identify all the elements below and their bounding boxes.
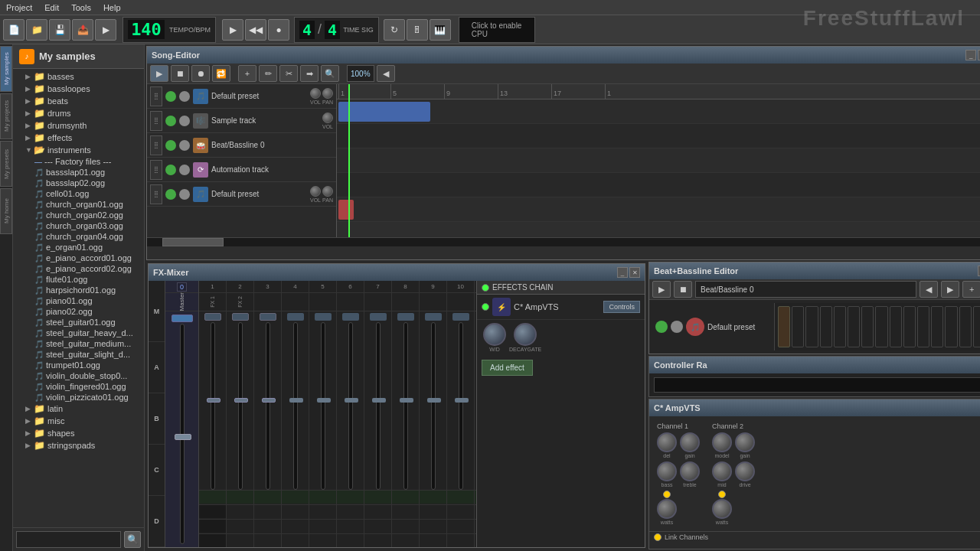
play-button[interactable]: ▶ (222, 19, 243, 41)
fx-mixer-titlebar[interactable]: FX-Mixer _ ✕ (149, 264, 645, 281)
sidebar-tab-presets[interactable]: My presets (0, 141, 12, 187)
fx3-knob[interactable] (260, 313, 276, 321)
fx8-knob[interactable] (397, 313, 414, 321)
ampvts-del-knob[interactable] (657, 432, 677, 452)
fx4-fader[interactable] (293, 322, 298, 490)
track-drag-0[interactable]: ⣿ (150, 86, 162, 106)
beat-pad-8[interactable] (890, 306, 902, 347)
master-fader-track[interactable] (180, 324, 185, 544)
song-hscroll-thumb[interactable] (162, 238, 224, 246)
beat-prev-btn[interactable]: ◀ (920, 281, 938, 298)
file-e-piano-accord01[interactable]: 🎵 e_piano_accord01.ogg (13, 253, 144, 263)
song-add-block-btn[interactable]: + (238, 65, 256, 82)
song-stop-btn[interactable]: ⏹ (171, 65, 189, 82)
fx5-fader[interactable] (321, 322, 325, 490)
file-bassslap02[interactable]: 🎵 bassslap02.ogg (13, 178, 144, 188)
beat-pad-4[interactable] (834, 306, 846, 347)
menu-help[interactable]: Help (97, 2, 127, 14)
fx2-send-d[interactable] (227, 533, 253, 547)
beat-solo-btn[interactable] (671, 321, 683, 333)
file-steel-guitar01[interactable]: 🎵 steel_guitar01.ogg (13, 317, 144, 328)
folder-drums[interactable]: ▶ 📁 drums (13, 107, 144, 119)
fx10-handle[interactable] (455, 398, 469, 403)
folder-drumsynth[interactable]: ▶ 📁 drumsynth (13, 119, 144, 132)
file-harpsichord01[interactable]: 🎵 harpsichord01.ogg (13, 285, 144, 295)
track-solo-4[interactable] (179, 189, 190, 200)
fx5-knob[interactable] (315, 313, 332, 321)
fx5-handle[interactable] (317, 398, 331, 403)
fx7-knob[interactable] (370, 313, 387, 321)
beat-editor-titlebar[interactable]: Beat+Bassline Editor _ □ (649, 262, 980, 279)
track-mute-0[interactable] (165, 91, 176, 102)
controller-input[interactable] (654, 377, 980, 393)
song-hscroll[interactable] (147, 237, 980, 246)
song-editor-minimize[interactable]: _ (965, 50, 976, 60)
track-drag-1[interactable]: ⣿ (150, 111, 162, 131)
controller-rack-titlebar[interactable]: Controller Ra (649, 357, 980, 373)
file-steel-guitar-slight[interactable]: 🎵 steel_guitar_slight_d... (13, 349, 144, 360)
fx1-send-d[interactable] (199, 533, 226, 547)
track-lane-2[interactable] (337, 148, 980, 173)
ampvts-drive-knob[interactable] (735, 461, 755, 481)
link-channels-led[interactable] (654, 533, 662, 541)
file-flute01[interactable]: 🎵 flute01.ogg (13, 274, 144, 285)
track-vol-knob-1[interactable] (322, 112, 333, 123)
song-erase-btn[interactable]: ✂ (279, 65, 298, 82)
new-button[interactable]: 📄 (3, 19, 24, 41)
track-lane-3[interactable] (337, 173, 980, 197)
fx2-send-c[interactable] (227, 519, 253, 533)
ampvts-treble-knob[interactable] (680, 461, 700, 481)
track-drag-2[interactable]: ⣿ (150, 135, 162, 155)
file-violin-double[interactable]: 🎵 violin_double_stop0... (13, 370, 144, 381)
beat-pad-12[interactable] (945, 306, 957, 347)
search-input[interactable] (16, 531, 121, 548)
beat-next-btn[interactable]: ▶ (941, 281, 959, 298)
file-church-organ02[interactable]: 🎵 church_organ02.ogg (13, 210, 144, 220)
fx1-send-a[interactable] (199, 490, 226, 504)
beat-pad-10[interactable] (917, 306, 929, 347)
folder-beats[interactable]: ▶ 📁 beats (13, 95, 144, 107)
beat-pad-13[interactable] (959, 306, 972, 347)
fx-mixer-close[interactable]: ✕ (629, 267, 640, 278)
track-mute-1[interactable] (165, 116, 176, 126)
render-button[interactable]: ▶ (95, 19, 116, 41)
folder-basses[interactable]: ▶ 📁 basses (13, 70, 144, 83)
track-pan-knob-0[interactable] (322, 88, 333, 99)
piano-roll-button[interactable]: 🎹 (430, 19, 451, 41)
menu-tools[interactable]: Tools (65, 2, 97, 14)
file-bassslap01[interactable]: 🎵 bassslap01.ogg (13, 167, 144, 178)
track-solo-0[interactable] (179, 91, 190, 102)
fx2-send-b[interactable] (227, 504, 253, 518)
fx3-fader-handle[interactable] (262, 398, 276, 403)
fx6-fader[interactable] (348, 322, 353, 490)
beat-pad-6[interactable] (861, 306, 874, 347)
add-effect-button[interactable]: Add effect (482, 360, 533, 376)
track-vol-knob-0[interactable] (310, 88, 321, 99)
song-editor-titlebar[interactable]: Song-Editor _ □ ✕ (147, 47, 980, 64)
stop-button[interactable]: ◀◀ (245, 19, 266, 41)
track-vol-knob-4[interactable] (310, 186, 321, 197)
folder-latin[interactable]: ▶ 📁 latin (13, 403, 144, 415)
ampvts-ch2-led[interactable] (718, 491, 726, 498)
song-play-btn[interactable]: ▶ (150, 65, 168, 82)
menu-edit[interactable]: Edit (38, 2, 65, 14)
ampvts-bass-knob[interactable] (657, 461, 677, 481)
track-drag-3[interactable]: ⣿ (150, 160, 162, 180)
fx4-knob[interactable] (287, 313, 304, 321)
song-draw-btn[interactable]: ✏ (259, 65, 277, 82)
fx1-knob[interactable] (204, 313, 221, 321)
fx-controls-button[interactable]: Controls (603, 301, 640, 313)
fx2-fader-handle[interactable] (234, 398, 248, 403)
fx2-send-a[interactable] (227, 490, 253, 504)
open-button[interactable]: 📁 (26, 19, 47, 41)
file-steel-guitar-heavy[interactable]: 🎵 steel_guitar_heavy_d... (13, 328, 144, 338)
menu-project[interactable]: Project (0, 2, 38, 14)
song-loop-btn[interactable]: 🔁 (212, 65, 230, 82)
folder-bassloopes[interactable]: ▶ 📁 bassloopes (13, 83, 144, 95)
record-button[interactable]: ● (268, 19, 289, 41)
save-button[interactable]: 💾 (49, 19, 70, 41)
song-zoom-btn[interactable]: 🔍 (321, 65, 339, 82)
fx7-fader[interactable] (376, 322, 381, 490)
beat-pad-14[interactable] (973, 306, 980, 347)
track-block-0-0[interactable] (338, 102, 430, 122)
